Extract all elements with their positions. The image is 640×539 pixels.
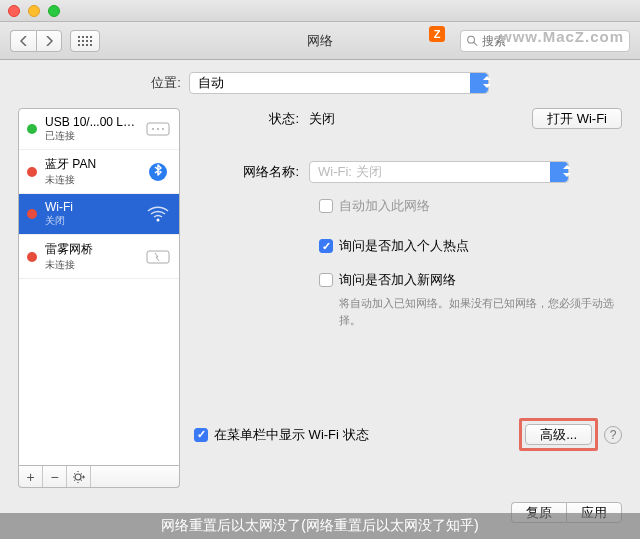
ask-new-subtext: 将自动加入已知网络。如果没有已知网络，您必须手动选择。 xyxy=(339,295,622,328)
traffic-lights xyxy=(8,5,60,17)
add-button[interactable]: + xyxy=(19,466,43,487)
svg-point-5 xyxy=(157,219,160,222)
svg-point-2 xyxy=(157,128,159,130)
list-item[interactable]: USB 10/...00 LAN已连接 xyxy=(19,109,179,150)
minimize-icon[interactable] xyxy=(28,5,40,17)
ethernet-icon xyxy=(145,119,171,139)
advanced-button[interactable]: 高级... xyxy=(525,424,592,445)
remove-button[interactable]: − xyxy=(43,466,67,487)
preferences-window: 网络 Z www.MacZ.com 位置: 自动 USB 10/...00 LA… xyxy=(0,0,640,539)
network-name-label: 网络名称: xyxy=(194,163,309,181)
location-row: 位置: 自动 xyxy=(0,60,640,108)
titlebar xyxy=(0,0,640,22)
interface-list: USB 10/...00 LAN已连接 蓝牙 PAN未连接 Wi-Fi关闭 雷雾… xyxy=(18,108,180,466)
sidebar: USB 10/...00 LAN已连接 蓝牙 PAN未连接 Wi-Fi关闭 雷雾… xyxy=(18,108,180,488)
help-button[interactable]: ? xyxy=(604,426,622,444)
back-button[interactable] xyxy=(10,30,36,52)
network-name-select[interactable]: Wi-Fi: 关闭 xyxy=(309,161,569,183)
thunderbolt-icon xyxy=(145,247,171,267)
network-name-value: Wi-Fi: 关闭 xyxy=(318,163,382,181)
status-dot-icon xyxy=(27,167,37,177)
grid-icon xyxy=(78,36,92,46)
close-icon[interactable] xyxy=(8,5,20,17)
checkbox-icon xyxy=(319,273,333,287)
ask-new-checkbox[interactable]: 询问是否加入新网络 xyxy=(319,271,622,289)
search-input[interactable] xyxy=(482,34,623,48)
wifi-icon xyxy=(145,204,171,224)
svg-point-7 xyxy=(75,474,81,480)
forward-button[interactable] xyxy=(36,30,62,52)
list-item[interactable]: 雷雾网桥未连接 xyxy=(19,235,179,279)
svg-point-3 xyxy=(162,128,164,130)
status-label: 状态: xyxy=(194,110,309,128)
bluetooth-icon xyxy=(145,162,171,182)
location-label: 位置: xyxy=(151,74,181,92)
show-menu-checkbox[interactable]: 在菜单栏中显示 Wi-Fi 状态 xyxy=(194,426,369,444)
highlight-box: 高级... xyxy=(519,418,598,451)
toolbar: 网络 Z www.MacZ.com xyxy=(0,22,640,60)
action-menu-button[interactable] xyxy=(67,466,91,487)
detail-panel: 状态: 关闭 打开 Wi-Fi 网络名称: Wi-Fi: 关闭 xyxy=(194,108,622,488)
checkbox-icon xyxy=(319,239,333,253)
status-dot-icon xyxy=(27,124,37,134)
checkbox-icon xyxy=(319,199,333,213)
checkbox-icon xyxy=(194,428,208,442)
location-value: 自动 xyxy=(198,74,224,92)
location-select[interactable]: 自动 xyxy=(189,72,489,94)
wifi-toggle-button[interactable]: 打开 Wi-Fi xyxy=(532,108,622,129)
gear-icon xyxy=(72,470,86,484)
search-icon xyxy=(467,35,478,47)
list-actions: + − xyxy=(18,466,180,488)
status-value: 关闭 xyxy=(309,110,522,128)
z-badge-icon: Z xyxy=(429,26,445,42)
status-dot-icon xyxy=(27,252,37,262)
status-dot-icon xyxy=(27,209,37,219)
search-field[interactable] xyxy=(460,30,630,52)
page-caption: 网络重置后以太网没了(网络重置后以太网没了知乎) xyxy=(0,513,640,539)
ask-hotspot-checkbox[interactable]: 询问是否加入个人热点 xyxy=(319,237,622,255)
svg-point-1 xyxy=(152,128,154,130)
list-item[interactable]: 蓝牙 PAN未连接 xyxy=(19,150,179,194)
zoom-icon[interactable] xyxy=(48,5,60,17)
auto-join-checkbox: 自动加入此网络 xyxy=(319,197,622,215)
list-item[interactable]: Wi-Fi关闭 xyxy=(19,194,179,235)
show-all-button[interactable] xyxy=(70,30,100,52)
